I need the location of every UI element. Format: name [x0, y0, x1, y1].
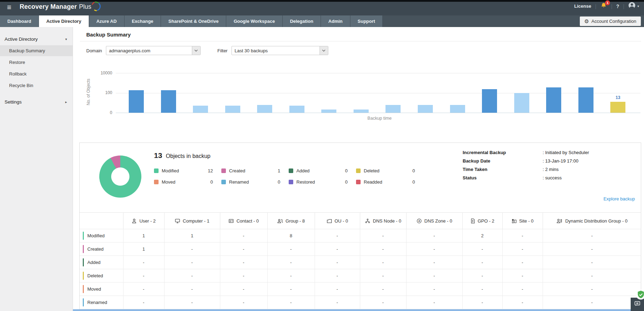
row-label: Moved: [80, 283, 123, 296]
tab-dashboard[interactable]: Dashboard: [0, 15, 39, 27]
user-menu[interactable]: ▾: [628, 2, 639, 11]
content-area: Backup Summary Domain admanagerplus.com …: [73, 27, 644, 311]
column-header-label: Site - 0: [519, 218, 534, 224]
column-header-wrap: ADNS Zone - 0: [407, 218, 462, 224]
table-cell: 1: [123, 243, 164, 256]
row-label: Added: [80, 256, 123, 269]
table-cell: -: [502, 229, 543, 243]
backup-info-value: : success: [543, 175, 562, 180]
svg-text:A: A: [418, 219, 420, 223]
app-logo: Recovery Manager Plus: [20, 3, 101, 13]
column-header-site-0: Site - 0: [502, 213, 543, 229]
table-cell: -: [267, 243, 315, 256]
computer-icon: [175, 218, 180, 224]
filter-row: Domain admanagerplus.com Filter Last 30 …: [86, 46, 644, 55]
tab-google-workspace[interactable]: Google Workspace: [226, 15, 283, 27]
user-icon: [132, 218, 137, 224]
table-cell: -: [220, 269, 267, 283]
help-button[interactable]: ?: [616, 4, 619, 9]
tab-sharepoint-onedrive[interactable]: SharePoint & OneDrive: [161, 15, 226, 27]
tab-exchange[interactable]: Exchange: [125, 15, 161, 27]
notifications-button[interactable]: 1: [600, 2, 607, 11]
sidebar-item-restore[interactable]: Restore: [0, 57, 73, 68]
backup-info-row: Backup Date: 13-Jan-19 17:00: [463, 158, 589, 164]
column-header-label: Dynamic Distribution Group - 0: [565, 218, 628, 224]
row-accent-bar: [83, 285, 84, 293]
column-header-user-2: User - 2: [123, 213, 164, 229]
backup-info-label: Time Taken: [463, 167, 543, 172]
column-header-label: DNS Zone - 0: [424, 218, 452, 224]
table-header-row: User - 2Computer - 1Contact - 0Group - 8…: [80, 213, 641, 229]
notification-count-badge: 1: [605, 0, 610, 5]
column-header-label: DNS Node - 0: [373, 218, 401, 224]
chart-bar: [321, 110, 336, 113]
column-header-dns-zone-0: ADNS Zone - 0: [406, 213, 462, 229]
domain-label: Domain: [86, 48, 102, 53]
sidebar-item-rollback[interactable]: Rollback: [0, 68, 73, 79]
backup-filter-select[interactable]: Last 30 backups: [232, 46, 328, 55]
chart-bar: [193, 106, 208, 113]
table-cell: -: [315, 229, 360, 243]
x-axis-title: Backup time: [351, 116, 408, 121]
column-header-wrap: GPO - 2: [463, 218, 502, 224]
column-header-dns-node-0: DNS Node - 0: [360, 213, 406, 229]
explore-backup-link[interactable]: Explore backup: [603, 196, 635, 201]
column-header-wrap: Contact - 0: [221, 218, 267, 224]
sidebar-section-settings[interactable]: Settings ▸: [0, 97, 73, 107]
domain-select[interactable]: admanagerplus.com: [106, 46, 201, 55]
main-nav-tabbar: DashboardActive DirectoryAzure ADExchang…: [0, 15, 644, 27]
legend-label: Created: [229, 168, 245, 173]
table-cell: -: [164, 256, 220, 269]
table-cell: -: [406, 243, 462, 256]
legend-label: Renamed: [229, 179, 249, 185]
sidebar-section-active-directory[interactable]: Active Directory ▾: [0, 34, 73, 45]
tab-delegation[interactable]: Delegation: [283, 15, 321, 27]
chart-bar: [225, 106, 240, 113]
legend-label: Restored: [296, 179, 315, 185]
legend-item-added: Added0: [289, 168, 348, 173]
account-configuration-button[interactable]: ⚙ Account Configuration: [580, 16, 641, 26]
tab-admin[interactable]: Admin: [321, 15, 350, 27]
legend-swatch-label: Restored: [289, 179, 315, 185]
column-header-label: Group - 8: [286, 218, 305, 224]
table-cell: -: [315, 269, 360, 283]
bottom-scroll-strip: [73, 309, 644, 311]
tab-support[interactable]: Support: [350, 15, 383, 27]
table-cell: -: [267, 296, 315, 309]
table-cell: -: [360, 243, 406, 256]
row-label: Renamed: [80, 296, 123, 309]
sidebar-item-backup-summary[interactable]: Backup Summary: [0, 45, 73, 56]
header-separator: |: [623, 4, 624, 9]
table-cell: -: [462, 296, 502, 309]
hamburger-menu-icon[interactable]: ≡: [7, 4, 11, 11]
sidebar-item-recycle-bin[interactable]: Recycle Bin: [0, 80, 73, 91]
table-cell: -: [360, 269, 406, 283]
chevron-right-icon: ▸: [65, 100, 67, 104]
filter-select-value: Last 30 backups: [232, 48, 320, 53]
table-cell: -: [315, 296, 360, 309]
sidebar-section-label: Active Directory: [5, 37, 38, 42]
shield-check-icon[interactable]: [636, 289, 644, 301]
column-header-computer-1: Computer - 1: [164, 213, 220, 229]
ddg-icon: [556, 218, 563, 224]
legend-label: Deleted: [364, 168, 380, 173]
row-accent-bar: [83, 258, 84, 266]
table-cell: -: [543, 229, 641, 243]
tab-active-directory[interactable]: Active Directory: [39, 15, 89, 27]
column-header-gpo-2: GPO - 2: [462, 213, 502, 229]
backup-info-row: Incremental Backup: Initiated by Schedul…: [463, 150, 589, 155]
table-body: Modified11-8---2--Created1---------Added…: [80, 229, 641, 311]
chat-icon: [634, 300, 641, 309]
license-link[interactable]: License: [574, 4, 591, 9]
tab-azure-ad[interactable]: Azure AD: [89, 15, 125, 27]
contact-icon: [228, 218, 234, 224]
chart-bar: [385, 105, 401, 113]
backup-info-label: Backup Date: [463, 158, 543, 164]
group-icon: [277, 218, 283, 224]
backup-info-row: Status: success: [463, 175, 589, 180]
column-header-label: Computer - 1: [183, 218, 209, 224]
table-row-added: Added----------: [80, 256, 641, 269]
table-cell: -: [502, 269, 543, 283]
table-row-moved: Moved----------: [80, 283, 641, 296]
legend-item-readded: Readded0: [356, 179, 415, 185]
